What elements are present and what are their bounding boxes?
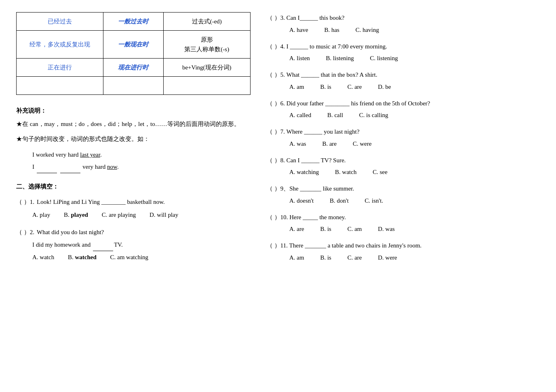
question-2: （ ）2. What did you do last night? I did …: [16, 226, 251, 264]
rq-6-text: （ ）6. Did your father ________ his frien…: [267, 98, 430, 109]
option-b: B. listening: [326, 55, 354, 61]
rq-11-options: A. am B. is C. are D. were: [267, 252, 540, 264]
rq-6-options: A. called B. call C. is calling: [267, 109, 540, 121]
supplement-example-1: I worked very hard last year.: [16, 149, 251, 161]
rq-5-options: A. am B. is C. are D. be: [267, 81, 540, 93]
table-cell-time: 一般现在时: [103, 31, 163, 59]
rq-4-num: （ ）4. I ______ to music at 7:00 every mo…: [267, 41, 387, 52]
rq-8-options: A. watching B. watch C. see: [267, 166, 540, 178]
option-a: A. play: [32, 212, 50, 218]
option-a: A. doesn't: [289, 197, 314, 204]
right-question-9: （ ）9、She _______ like summer. A. doesn't…: [267, 183, 540, 207]
option-a: A. are: [289, 226, 304, 232]
question-1-text: Look! LiPing and Li Ying ________ basket…: [37, 196, 165, 208]
rq-9-options: A. doesn't B. don't C. isn't.: [267, 195, 540, 207]
supplement-rule-2: ★句子的时间改变，动词的形式也随之改变。如：: [16, 134, 251, 145]
right-question-11: （ ）11. There _______ a table and two cha…: [267, 240, 540, 264]
rq-10-line: （ ）10. Here _____ the money.: [267, 212, 540, 223]
option-c: C. am watching: [110, 254, 149, 260]
right-question-4: （ ）4. I ______ to music at 7:00 every mo…: [267, 41, 540, 65]
question-2-sub: I did my homework and TV.: [16, 239, 251, 251]
right-question-5: （ ）5. What ______ that in the box? A shi…: [267, 69, 540, 93]
grammar-table: 已经过去 一般过去时 过去式(-ed) 经常，多次或反复出现 一般现在时 原形 …: [16, 12, 251, 95]
rq-8-line: （ ）8. Can I ______ TV? Sure.: [267, 155, 540, 166]
option-a: A. listen: [289, 55, 310, 61]
right-question-3: （ ）3. Can I______ this book? A. have B. …: [267, 12, 540, 36]
option-c: C. having: [356, 27, 379, 33]
rq-9-text: （ ）9、She _______ like summer.: [267, 183, 354, 195]
option-c: C. is calling: [359, 112, 388, 118]
question-2-options: A. watch B. watched C. am watching: [16, 251, 251, 263]
table-row: 经常，多次或反复出现 一般现在时 原形 第三人称单数(-s): [17, 31, 251, 59]
option-b: B. played: [64, 212, 88, 218]
rq-10-text: （ ）10. Here _____ the money.: [267, 212, 346, 223]
option-a: A. am: [289, 254, 304, 261]
question-2-text: What did you do last night?: [37, 226, 104, 238]
section2-title: 二、选择填空：: [16, 183, 251, 191]
question-2-num: （ ）2.: [16, 226, 34, 238]
option-d: D. will play: [150, 212, 178, 218]
table-cell-time: [103, 77, 163, 95]
question-1-options: A. play B. played C. are playing D. will…: [16, 209, 251, 221]
table-cell-time: 一般过去时: [103, 13, 163, 31]
right-column: （ ）3. Can I______ this book? A. have B. …: [267, 12, 540, 269]
rq-7-text: （ ）7. Where ______ you last night?: [267, 126, 360, 138]
left-column: 已经过去 一般过去时 过去式(-ed) 经常，多次或反复出现 一般现在时 原形 …: [16, 12, 251, 269]
option-a: A. am: [289, 84, 304, 90]
blank-field: [37, 161, 57, 173]
rq-8-text: （ ）8. Can I ______ TV? Sure.: [267, 155, 346, 166]
blank-field: [93, 239, 113, 251]
table-cell-form: [163, 77, 250, 95]
rq-7-options: A. was B. are C. were: [267, 138, 540, 150]
option-b: B. watched: [68, 254, 97, 260]
rq-3-options: A. have B. has C. having: [267, 24, 540, 36]
option-c: C. am: [348, 226, 362, 232]
supplement-title: 补充说明：: [16, 107, 251, 115]
underline-text: last year: [80, 151, 100, 158]
rq-5-text: （ ）5. What ______ that in the box? A shi…: [267, 69, 377, 81]
question-1: （ ）1. Look! LiPing and Li Ying ________ …: [16, 196, 251, 221]
rq-11-text: （ ）11. There _______ a table and two cha…: [267, 240, 421, 252]
rq-3-line: （ ）3. Can I______ this book?: [267, 12, 540, 24]
option-c: C. are: [348, 84, 362, 90]
option-a: A. called: [289, 112, 311, 118]
question-2-line: （ ）2. What did you do last night?: [16, 226, 251, 238]
option-c: C. see: [373, 169, 388, 175]
star-icon: ★: [16, 121, 22, 127]
underline-text: now: [107, 164, 117, 170]
right-question-8: （ ）8. Can I ______ TV? Sure. A. watching…: [267, 155, 540, 178]
star-icon: ★: [16, 136, 22, 142]
option-b: B. are: [322, 140, 337, 147]
table-row: 已经过去 一般过去时 过去式(-ed): [17, 13, 251, 31]
option-a: A. watching: [289, 169, 319, 175]
supplement-example-2: I very hard now.: [16, 161, 251, 173]
question-1-num: （ ）1.: [16, 196, 34, 208]
rq-3-num: （ ）3. Can I______ this book?: [267, 12, 345, 24]
option-d: D. be: [378, 84, 391, 90]
rq-10-options: A. are B. is C. am D. was: [267, 223, 540, 235]
option-b: B. watch: [335, 169, 356, 175]
option-b: B. has: [324, 27, 339, 33]
option-c: C. are: [348, 254, 362, 261]
table-row: 正在进行 现在进行时 be+Ving(现在分词): [17, 59, 251, 77]
option-b: B. is: [320, 226, 331, 232]
option-a: A. have: [289, 27, 308, 33]
option-c: C. are playing: [102, 212, 136, 218]
table-cell-label: 已经过去: [17, 13, 103, 31]
rq-11-line: （ ）11. There _______ a table and two cha…: [267, 240, 540, 252]
rq-7-line: （ ）7. Where ______ you last night?: [267, 126, 540, 138]
rq-6-line: （ ）6. Did your father ________ his frien…: [267, 98, 540, 109]
rq-4-options: A. listen B. listening C. listening: [267, 52, 540, 64]
right-question-6: （ ）6. Did your father ________ his frien…: [267, 98, 540, 122]
question-1-line: （ ）1. Look! LiPing and Li Ying ________ …: [16, 196, 251, 208]
option-c: C. isn't.: [365, 197, 383, 204]
supplement-rule-1: ★在 can，may，must；do，does，did；help，let，to……: [16, 119, 251, 130]
rq-4-line: （ ）4. I ______ to music at 7:00 every mo…: [267, 41, 540, 52]
option-c: C. were: [353, 140, 372, 147]
option-a: A. was: [289, 140, 306, 147]
table-cell-label: 经常，多次或反复出现: [17, 31, 103, 59]
table-cell-time: 现在进行时: [103, 59, 163, 77]
table-cell-form: 过去式(-ed): [163, 13, 250, 31]
supplement-section: 补充说明： ★在 can，may，must；do，does，did；help，l…: [16, 107, 251, 173]
rq-9-line: （ ）9、She _______ like summer.: [267, 183, 540, 195]
